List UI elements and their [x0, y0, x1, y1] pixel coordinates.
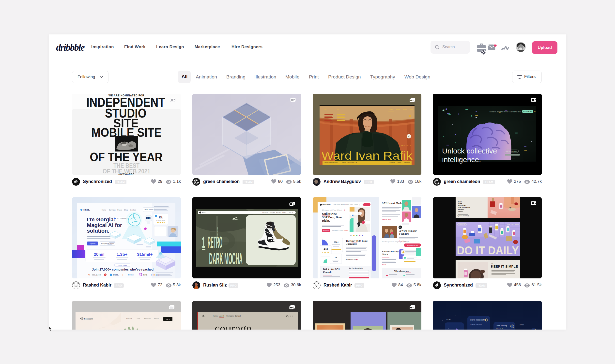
svg-text:Read how it works: Read how it works: [346, 259, 357, 260]
svg-text:03:42: 03:42: [446, 318, 451, 320]
svg-text:MANIFESTO: MANIFESTO: [490, 111, 496, 113]
svg-text:Discover: Discover: [262, 212, 268, 213]
svg-text:o: o: [153, 274, 154, 276]
svg-text:Work: Work: [410, 108, 413, 110]
svg-text:Get a Free SAT: Get a Free SAT: [323, 268, 340, 270]
svg-text:CALM: CALM: [458, 201, 461, 203]
svg-text:Pages: Pages: [117, 209, 122, 211]
svg-text:15: 15: [335, 256, 337, 259]
svg-text:/\\.: /\\.: [88, 274, 90, 276]
svg-text:SHOP NOW: SHOP NOW: [459, 224, 465, 225]
svg-text:Moo.ly.com: Moo.ly.com: [92, 274, 101, 276]
svg-text:F: F: [123, 273, 124, 276]
svg-text:email: info@rafik.com: email: info@rafik.com: [324, 162, 338, 163]
svg-text:Schedule a free call: Schedule a free call: [407, 244, 418, 246]
svg-text:phone: +44 012 345 678: phone: +44 012 345 678: [342, 162, 357, 163]
svg-text:Start Now: Start Now: [323, 230, 329, 231]
svg-text:Get Free Consultation: Get Free Consultation: [349, 267, 363, 269]
svg-text:AWWWARDS: AWWWARDS: [118, 173, 135, 175]
svg-text:COMPANIES: COMPANIES: [118, 264, 127, 266]
svg-text:1.3b+: 1.3b+: [117, 252, 127, 257]
svg-text:Cart: Cart: [289, 212, 292, 213]
svg-text:sinco.: sinco.: [113, 274, 119, 276]
svg-text:Watch it: Watch it: [344, 230, 348, 231]
svg-text:Overall sleep quality: Overall sleep quality: [470, 319, 486, 321]
svg-text:20mil: 20mil: [94, 252, 104, 257]
svg-text:o: o: [154, 274, 155, 276]
svg-text:Home: Home: [102, 209, 106, 211]
svg-text:LEARN: LEARN: [515, 224, 519, 225]
svg-text:Guarantee: Guarantee: [346, 243, 357, 245]
svg-text:courage: courage: [215, 320, 251, 330]
svg-text:Contact: Contact: [130, 209, 136, 211]
svg-text:Twitter: Twitter: [397, 162, 401, 163]
svg-text:G: G: [151, 274, 152, 276]
svg-text:Account: Account: [126, 318, 132, 319]
svg-text:FREE SHIPS: FREE SHIPS: [507, 224, 514, 225]
svg-text:How It Works: How It Works: [341, 204, 349, 205]
svg-text:SHOP THE BENEFITS: SHOP THE BENEFITS: [458, 215, 468, 216]
svg-text:UP: UP: [324, 109, 326, 110]
svg-text:1: 1: [202, 233, 205, 251]
svg-text:A Word from our: A Word from our: [399, 230, 417, 232]
svg-text:BENEFITS: BENEFITS: [497, 111, 503, 113]
svg-text:June 2017: June 2017: [400, 144, 411, 147]
svg-text:IMMUNITY: IMMUNITY: [458, 209, 464, 211]
svg-text:Blog: Blog: [124, 209, 128, 211]
svg-text:RETRO: RETRO: [208, 233, 222, 251]
svg-text:Teach.: Teach.: [382, 253, 388, 256]
svg-text:ENERGY: ENERGY: [458, 211, 463, 212]
svg-text:KEEP IT SIMPLE: KEEP IT SIMPLE: [491, 265, 518, 268]
svg-text:intelligence.: intelligence.: [442, 155, 481, 164]
svg-text:Karina →: Karina →: [496, 327, 503, 329]
svg-text:Menu: Menu: [202, 212, 206, 213]
svg-text:$15mil+: $15mil+: [137, 252, 153, 257]
svg-text:SLEEP: SLEEP: [458, 203, 462, 205]
svg-text:Log In: Log In: [166, 318, 170, 320]
svg-text:Payments: Payments: [144, 318, 151, 319]
svg-text:Company: Company: [226, 315, 234, 317]
svg-text:GUT HEALTH: GUT HEALTH: [458, 205, 466, 207]
svg-text:06: 06: [337, 109, 339, 110]
svg-text:Home: Home: [213, 315, 218, 317]
svg-text:SAT Prep, Done: SAT Prep, Done: [322, 215, 342, 219]
svg-text:4.95: 4.95: [324, 248, 328, 250]
svg-text:SAT-Expert Made.: SAT-Expert Made.: [382, 202, 403, 204]
svg-text:TEAM: TEAM: [518, 111, 521, 113]
svg-text:Pricing: Pricing: [354, 204, 358, 205]
svg-text:Services: Services: [109, 209, 116, 211]
svg-text:PRIVACY: PRIVACY: [504, 111, 508, 113]
svg-text:Shop All: Shop All: [270, 212, 275, 213]
svg-text:Lessons Actually: Lessons Actually: [382, 250, 399, 253]
svg-text:I’m Gorgia.: I’m Gorgia.: [87, 216, 115, 223]
svg-text:About: About: [219, 315, 224, 317]
svg-text:Why choose us.: Why choose us.: [394, 270, 409, 272]
svg-text:CUSTOMERS: CUSTOMERS: [509, 111, 517, 113]
svg-text:Ward Ivan Rafik: Ward Ivan Rafik: [322, 149, 413, 162]
svg-text:Good evening: Good evening: [496, 325, 507, 327]
svg-text:Facebook: Facebook: [389, 162, 395, 163]
svg-text:About: About: [403, 108, 407, 110]
svg-text:ASK DALA ANYTHING: ASK DALA ANYTHING: [507, 151, 517, 152]
svg-text:The Only 160+ Point: The Only 160+ Point: [346, 240, 368, 242]
svg-text:DO IT DAILY: DO IT DAILY: [457, 244, 519, 257]
svg-text:Unlock collective: Unlock collective: [442, 147, 497, 155]
svg-text:Rosebank: Rosebank: [84, 318, 93, 320]
svg-text:Styles: Styles: [282, 212, 286, 213]
svg-text:01: 01: [492, 263, 493, 264]
svg-text:0: 0: [292, 212, 293, 213]
svg-text:REQUEST ACCESS: REQUEST ACCESS: [523, 111, 533, 112]
svg-text:5 Stars Rating: 5 Stars Rating: [156, 219, 165, 221]
svg-text:insta: insta: [143, 274, 147, 276]
svg-text:20k: 20k: [159, 216, 163, 219]
svg-text:More than question on taking l: More than question on taking long on SAT…: [382, 241, 409, 243]
svg-text:solution.: solution.: [87, 228, 109, 234]
svg-text:Get in Touch: Get in Touch: [144, 209, 153, 211]
svg-text:twitter: twitter: [128, 274, 134, 276]
svg-text:See all: See all: [382, 263, 386, 265]
svg-text:Loans: Loans: [136, 318, 140, 319]
svg-text:Explore: Explore: [90, 243, 95, 245]
svg-text:01: 01: [400, 227, 401, 228]
svg-text:PrepScholar: PrepScholar: [323, 204, 331, 205]
svg-text:DARK MOCHA: DARK MOCHA: [209, 250, 243, 268]
